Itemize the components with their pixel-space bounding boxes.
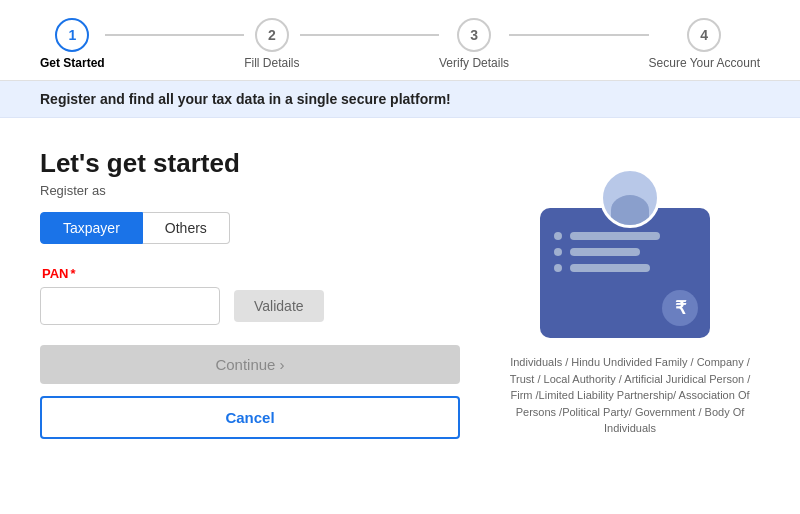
avatar [600, 168, 660, 228]
id-lines [554, 232, 696, 272]
right-panel: ₹ Individuals / Hindu Undivided Family /… [500, 148, 760, 502]
pan-input[interactable] [40, 287, 220, 325]
continue-button[interactable]: Continue [40, 345, 460, 384]
register-type-tabs: Taxpayer Others [40, 212, 460, 244]
illustration: ₹ [530, 158, 730, 338]
id-bar-3 [570, 264, 650, 272]
step-3-circle: 3 [457, 18, 491, 52]
validate-button[interactable]: Validate [234, 290, 324, 322]
step-2-circle: 2 [255, 18, 289, 52]
step-3: 3 Verify Details [439, 18, 509, 70]
step-2-label: Fill Details [244, 56, 299, 70]
stepper-bar: 1 Get Started 2 Fill Details 3 Verify De… [0, 0, 800, 81]
id-bar-1 [570, 232, 660, 240]
main-content: Let's get started Register as Taxpayer O… [0, 118, 800, 514]
tab-taxpayer[interactable]: Taxpayer [40, 212, 143, 244]
left-panel: Let's get started Register as Taxpayer O… [40, 148, 460, 502]
id-line-2 [554, 248, 696, 256]
page-title: Let's get started [40, 148, 460, 179]
cancel-button[interactable]: Cancel [40, 396, 460, 439]
stepper: 1 Get Started 2 Fill Details 3 Verify De… [40, 18, 760, 70]
step-4-label: Secure Your Account [649, 56, 760, 70]
step-3-label: Verify Details [439, 56, 509, 70]
connector-2-3 [300, 34, 440, 36]
id-bar-2 [570, 248, 640, 256]
avatar-body [611, 195, 649, 225]
step-4: 4 Secure Your Account [649, 18, 760, 70]
step-1-circle: 1 [55, 18, 89, 52]
pan-label: PAN* [40, 266, 460, 281]
id-line-1 [554, 232, 696, 240]
id-dot-1 [554, 232, 562, 240]
rupee-icon: ₹ [662, 290, 698, 326]
tab-others[interactable]: Others [143, 212, 230, 244]
step-2: 2 Fill Details [244, 18, 299, 70]
pan-row: Validate [40, 287, 460, 325]
connector-1-2 [105, 34, 245, 36]
id-line-3 [554, 264, 696, 272]
connector-3-4 [509, 34, 649, 36]
step-4-circle: 4 [687, 18, 721, 52]
tagline: Register and find all your tax data in a… [0, 81, 800, 118]
id-dot-3 [554, 264, 562, 272]
id-dot-2 [554, 248, 562, 256]
illustration-caption: Individuals / Hindu Undivided Family / C… [500, 354, 760, 437]
step-1-label: Get Started [40, 56, 105, 70]
step-1: 1 Get Started [40, 18, 105, 70]
register-as-label: Register as [40, 183, 460, 198]
